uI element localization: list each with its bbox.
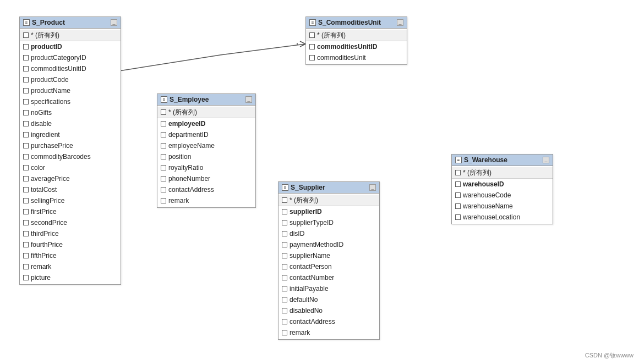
checkbox (282, 264, 287, 269)
checkbox (161, 154, 166, 159)
checkbox (23, 264, 29, 269)
table-row: disID (278, 228, 379, 239)
table-title-product: S_Product (32, 19, 65, 26)
checkbox (455, 192, 461, 198)
table-row: phoneNumber (157, 173, 255, 184)
checkbox (282, 209, 287, 214)
table-row: contactAddress (157, 184, 255, 195)
table-row: * (所有列) (306, 30, 407, 41)
checkbox (23, 165, 29, 170)
table-s-supplier-body: * (所有列) supplierID supplierTypeID disID … (278, 194, 379, 339)
table-row: totalCost (20, 184, 121, 195)
table-row: position (157, 151, 255, 162)
checkbox (23, 275, 29, 280)
diagram-canvas: ≡ S_Product _ * (所有列) productID productC… (0, 0, 639, 364)
watermark: CSDN @钕wwww (585, 351, 633, 360)
table-row: contactAddress (278, 316, 379, 327)
checkbox (23, 187, 29, 192)
table-row: supplierID (278, 206, 379, 217)
table-s-commoditiesunit: ≡ S_CommoditiesUnit _ * (所有列) commoditie… (305, 16, 407, 65)
table-row: warehouseName (452, 201, 553, 212)
checkbox (282, 253, 287, 258)
checkbox (23, 88, 29, 93)
checkbox (282, 297, 287, 302)
svg-line-3 (300, 44, 305, 47)
checkbox (23, 99, 29, 104)
table-s-employee-header: ≡ S_Employee _ (157, 94, 255, 106)
checkbox (161, 198, 166, 203)
table-s-warehouse-header: ≡ S_Warehouse _ (452, 155, 553, 166)
checkbox (23, 132, 29, 137)
checkbox (282, 286, 287, 291)
checkbox (161, 121, 166, 126)
table-row: * (所有列) (278, 195, 379, 206)
checkbox (161, 165, 166, 170)
table-row: supplierName (278, 250, 379, 261)
checkbox (309, 44, 315, 49)
table-row: paymentMethodID (278, 239, 379, 250)
svg-line-1 (220, 44, 305, 55)
table-icon-employee: ≡ (161, 96, 167, 103)
table-row: supplierTypeID (278, 217, 379, 228)
table-s-commoditiesunit-header: ≡ S_CommoditiesUnit _ (306, 17, 407, 29)
table-row: commoditiesUnitID (306, 41, 407, 52)
table-row: warehouseLocation (452, 212, 553, 223)
minimize-supplier[interactable]: _ (369, 184, 376, 191)
checkbox (161, 187, 166, 192)
table-row: thirdPrice (20, 228, 121, 239)
table-row: initialPayable (278, 283, 379, 294)
checkbox (455, 214, 461, 220)
table-row: commodityBarcodes (20, 151, 121, 162)
table-s-product-body: * (所有列) productID productCategoryID comm… (20, 29, 121, 284)
table-row: picture (20, 272, 121, 283)
table-row: firstPrice (20, 206, 121, 217)
table-row: productName (20, 85, 121, 96)
table-icon-supplier: ≡ (282, 184, 288, 191)
checkbox (282, 319, 287, 324)
table-row: warehouseID (452, 179, 553, 190)
checkbox (23, 121, 29, 126)
checkbox (282, 330, 287, 335)
minimize-employee[interactable]: _ (245, 96, 252, 103)
table-row: specifications (20, 96, 121, 107)
table-s-employee-body: * (所有列) employeeID departmentID employee… (157, 106, 255, 207)
table-s-supplier: ≡ S_Supplier _ * (所有列) supplierID suppli… (278, 181, 380, 340)
table-row: royaltyRatio (157, 162, 255, 173)
table-row: * (所有列) (452, 167, 553, 179)
checkbox (455, 181, 461, 187)
table-row: * (所有列) (20, 30, 121, 41)
checkbox (455, 170, 461, 175)
checkbox (23, 55, 29, 60)
table-icon-commoditiesunit: ≡ (309, 19, 316, 26)
table-title-warehouse: S_Warehouse (464, 156, 507, 164)
checkbox (161, 109, 166, 115)
minimize-commoditiesunit[interactable]: _ (397, 19, 403, 26)
checkbox (23, 77, 29, 82)
checkbox (309, 32, 315, 38)
checkbox (282, 197, 287, 203)
minimize-product[interactable]: _ (111, 19, 117, 26)
minimize-warehouse[interactable]: _ (543, 157, 549, 163)
checkbox (23, 44, 29, 49)
table-row: fourthPrice (20, 239, 121, 250)
table-title-commoditiesunit: S_CommoditiesUnit (318, 19, 381, 26)
table-s-product: ≡ S_Product _ * (所有列) productID productC… (19, 16, 121, 285)
table-row: departmentID (157, 129, 255, 140)
checkbox (23, 110, 29, 115)
table-s-employee: ≡ S_Employee _ * (所有列) employeeID depart… (157, 93, 256, 208)
checkbox (23, 209, 29, 214)
table-s-product-header: ≡ S_Product _ (20, 17, 121, 29)
table-row: fifthPrice (20, 250, 121, 261)
table-row: averagePrice (20, 173, 121, 184)
checkbox (161, 143, 166, 148)
checkbox (23, 66, 29, 71)
table-row: employeeName (157, 140, 255, 151)
table-row: disable (20, 118, 121, 129)
table-icon-warehouse: ≡ (455, 157, 462, 163)
checkbox (282, 220, 287, 225)
table-s-warehouse: ≡ S_Warehouse _ * (所有列) warehouseID ware… (451, 154, 553, 224)
checkbox (23, 176, 29, 181)
svg-line-2 (300, 41, 305, 44)
checkbox (309, 55, 315, 60)
table-row: commoditiesUnitID (20, 63, 121, 74)
